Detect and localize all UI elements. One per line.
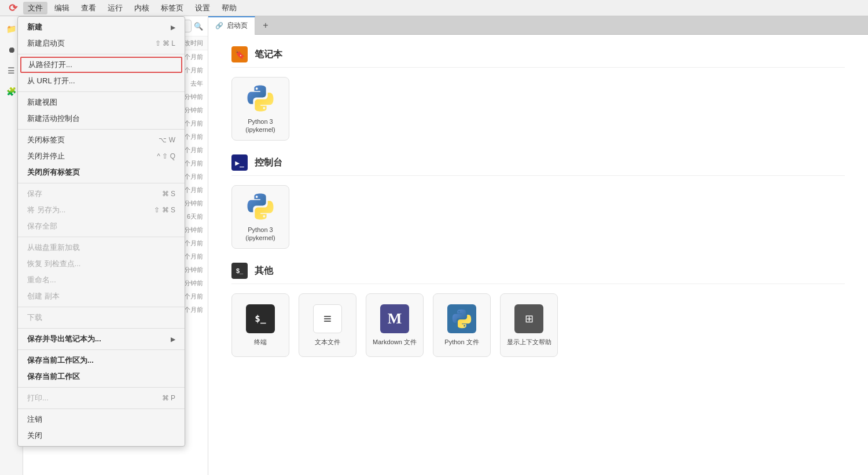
menu-tabs[interactable]: 标签页: [156, 2, 188, 14]
menu-edit[interactable]: 编辑: [50, 2, 74, 14]
menu-open-url[interactable]: 从 URL 打开...: [18, 73, 185, 89]
menu-help[interactable]: 帮助: [217, 2, 241, 14]
menu-save-shortcut: ⌘ S: [162, 190, 175, 198]
console-section-icon: ▶_: [231, 154, 248, 171]
divider-6: [18, 307, 185, 307]
other-section-label: 其他: [255, 265, 273, 277]
menu-export[interactable]: 保存并导出笔记本为... ▶: [18, 331, 185, 347]
text-file-label: 文本文件: [315, 338, 340, 346]
search-icon[interactable]: 🔍: [194, 22, 203, 31]
menu-close-stop[interactable]: 关闭并停止 ^ ⇧ Q: [18, 148, 185, 164]
markdown-label: Markdown 文件: [373, 338, 417, 346]
menu-save-all[interactable]: 保存全部: [18, 218, 185, 234]
menu-close-all[interactable]: 关闭所有标签页: [18, 164, 185, 181]
menu-kernel[interactable]: 内核: [130, 2, 154, 14]
tab-add-btn[interactable]: +: [258, 17, 274, 34]
menu-save[interactable]: 保存 ⌘ S: [18, 186, 185, 202]
menu-save-as-shortcut: ⇧ ⌘ S: [154, 206, 175, 214]
menu-new-launcher-shortcut: ⇧ ⌘ L: [155, 39, 175, 47]
other-section-title: $_ 其他: [231, 263, 845, 284]
menu-view[interactable]: 查看: [76, 2, 101, 14]
terminal-label: 终端: [254, 338, 267, 346]
launcher-console-section: ▶_ 控制台: [231, 154, 845, 249]
tool-markdown-card[interactable]: M Markdown 文件: [366, 293, 424, 357]
menu-close-tab[interactable]: 关闭标签页 ⌥ W: [18, 132, 185, 148]
context-help-label: 显示上下文帮助: [507, 338, 551, 346]
tool-context-help-card[interactable]: ⊞ 显示上下文帮助: [500, 293, 558, 357]
notebook-kernel-cards: Python 3(ipykernel): [231, 77, 845, 141]
launcher-other-section: $_ 其他 $_ 终端 ≡ 文本文件 M Markdown 文件: [231, 263, 845, 357]
menu-print[interactable]: 打印... ⌘ P: [18, 390, 185, 406]
menu-duplicate[interactable]: 创建 副本: [18, 288, 185, 304]
menu-settings[interactable]: 设置: [190, 2, 215, 14]
python-file-label: Python 文件: [444, 338, 479, 346]
menu-logout[interactable]: 注销: [18, 411, 185, 428]
divider-2: [18, 91, 185, 92]
python-file-icon: [447, 304, 476, 333]
menu-new[interactable]: 新建 ▶: [18, 19, 185, 35]
divider-9: [18, 387, 185, 388]
menu-download[interactable]: 下载: [18, 310, 185, 326]
menu-new-launcher[interactable]: 新建启动页 ⇧ ⌘ L: [18, 35, 185, 51]
menu-open-path[interactable]: 从路径打开...: [20, 57, 182, 73]
notebook-section-title: 🔖 笔记本: [231, 46, 845, 68]
menu-close[interactable]: 关闭: [18, 428, 185, 444]
divider-7: [18, 328, 185, 329]
tab-launcher-label: 启动页: [227, 21, 248, 31]
menu-close-tab-shortcut: ⌥ W: [159, 136, 175, 144]
file-dropdown-menu[interactable]: 新建 ▶ 新建启动页 ⇧ ⌘ L 从路径打开... 从 URL 打开... 新建…: [17, 16, 185, 447]
menu-new-arrow: ▶: [171, 24, 175, 31]
divider-8: [18, 349, 185, 350]
menu-new-view[interactable]: 新建视图: [18, 94, 185, 111]
tool-terminal-card[interactable]: $_ 终端: [231, 293, 289, 357]
menu-file[interactable]: 文件: [23, 2, 47, 14]
python-logo-svg-2: [246, 192, 275, 221]
menu-save-workspace-as[interactable]: 保存当前工作区为...: [18, 352, 185, 369]
menu-reload[interactable]: 从磁盘重新加载: [18, 240, 185, 256]
other-section-icon: $_: [231, 263, 248, 279]
tool-text-card[interactable]: ≡ 文本文件: [299, 293, 356, 357]
notebook-section-icon: 🔖: [231, 46, 248, 62]
console-python3-label: Python 3(ipykernel): [245, 226, 275, 242]
context-help-icon: ⊞: [514, 304, 543, 333]
divider-1: [18, 54, 185, 54]
app-logo[interactable]: ⟳: [5, 0, 21, 16]
menu-revert[interactable]: 恢复 到检查点...: [18, 256, 185, 272]
tab-bar: 🔗 启动页 +: [208, 16, 868, 35]
menu-rename[interactable]: 重命名...: [18, 272, 185, 288]
menu-export-arrow: ▶: [171, 336, 175, 343]
menu-run[interactable]: 运行: [103, 2, 127, 14]
menu-print-shortcut: ⌘ P: [162, 394, 175, 402]
terminal-icon: $_: [246, 304, 275, 333]
console-section-title: ▶_ 控制台: [231, 154, 845, 176]
tab-launcher-icon: 🔗: [215, 22, 223, 30]
other-tool-cards: $_ 终端 ≡ 文本文件 M Markdown 文件: [231, 293, 845, 357]
text-file-icon: ≡: [313, 304, 342, 333]
menu-close-stop-shortcut: ^ ⇧ Q: [157, 152, 175, 160]
content-area: 🔗 启动页 + 🔖 笔记本: [208, 16, 868, 475]
menu-bar: ⟳ 文件 编辑 查看 运行 内核 标签页 设置 帮助: [0, 0, 868, 16]
divider-5: [18, 237, 185, 237]
launcher-notebook-section: 🔖 笔记本: [231, 46, 845, 141]
divider-3: [18, 129, 185, 130]
divider-4: [18, 183, 185, 183]
notebook-section-label: 笔记本: [255, 49, 282, 61]
console-kernel-cards: Python 3(ipykernel): [231, 185, 845, 249]
menu-save-workspace[interactable]: 保存当前工作区: [18, 369, 185, 385]
console-section-label: 控制台: [255, 157, 282, 169]
launcher: 🔖 笔记本: [208, 35, 868, 475]
markdown-icon: M: [380, 304, 409, 333]
notebook-python3-card[interactable]: Python 3(ipykernel): [231, 77, 289, 141]
console-python3-card[interactable]: Python 3(ipykernel): [231, 185, 289, 249]
tab-launcher[interactable]: 🔗 启动页: [208, 16, 255, 35]
notebook-python3-label: Python 3(ipykernel): [245, 117, 275, 134]
menu-save-as[interactable]: 将 另存为... ⇧ ⌘ S: [18, 202, 185, 218]
tool-python-file-card[interactable]: Python 文件: [433, 293, 491, 357]
python-logo-svg: [246, 84, 275, 113]
divider-10: [18, 408, 185, 409]
menu-new-activity-console[interactable]: 新建活动控制台: [18, 111, 185, 127]
